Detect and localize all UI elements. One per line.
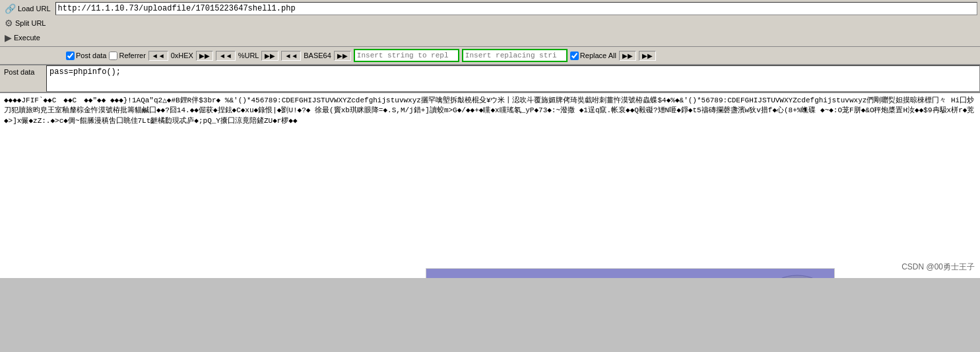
csdn-watermark: CSDN @00勇士王子 [901,262,975,273]
replace-all-checkbox[interactable] [570,52,579,60]
post-data-checkbox-label[interactable]: Post data [66,52,106,60]
post-data-checkbox[interactable] [66,52,75,60]
php-logo: php [771,274,824,278]
svg-point-0 [772,275,822,278]
referrer-checkbox-label[interactable]: Referrer [109,52,145,60]
load-url-label: Load URL [18,5,51,13]
post-data-label: Post data [0,65,46,92]
url-label: %URL [238,52,259,59]
execute-icon: ▶ [5,32,12,43]
url-right-arrow[interactable]: ▶▶ [261,51,278,61]
post-data-option-label: Post data [76,52,106,59]
base64-label: BASE64 [304,52,331,59]
hex-right-arrow[interactable]: ▶▶ [196,51,213,61]
referrer-checkbox[interactable] [109,52,117,60]
php-header: PHP Version 5.2.5 php [426,269,834,278]
post-data-input[interactable]: pass=phpinfo(); [46,65,980,92]
referrer-label: Referrer [119,52,145,59]
replace-all-label: Replace All [580,52,616,59]
php-info-panel: PHP Version 5.2.5 php SystemWindows NT W… [426,268,835,278]
hex-left-arrow[interactable]: ◄◄ [148,51,168,61]
main-content-area: ◆◆◆◆JFIF`◆◆C ◆◆C ◆◆"◆◆ ◆◆◆}!1AQa"q2△◆#B鋰… [0,93,980,278]
insert-replacing-field[interactable] [462,49,568,62]
load-url-button[interactable]: 🔗 Load URL [3,3,53,15]
load-url-icon: 🔗 [5,3,16,14]
response-content: ◆◆◆◆JFIF`◆◆C ◆◆C ◆◆"◆◆ ◆◆◆}!1AQa"q2△◆#B鋰… [4,96,976,126]
replace-left-arrow[interactable]: ▶▶ [619,51,636,61]
replace-right-arrow[interactable]: ▶▶ [639,51,656,61]
insert-string-field[interactable] [354,49,459,62]
base64-left-arrow[interactable]: ◄◄ [281,51,301,61]
split-url-icon: ⚙ [5,18,13,28]
execute-label: Execute [14,34,40,42]
hex-label: 0xHEX [171,52,193,59]
replace-all-checkbox-label[interactable]: Replace All [570,52,616,60]
url-input[interactable] [55,2,977,15]
split-url-button[interactable]: ⚙ Split URL [3,17,48,29]
url-left-arrow[interactable]: ◄◄ [216,51,236,61]
split-url-label: Split URL [15,19,46,27]
execute-button[interactable]: ▶ Execute [3,32,42,44]
base64-right-arrow[interactable]: ▶▶ [334,51,351,61]
